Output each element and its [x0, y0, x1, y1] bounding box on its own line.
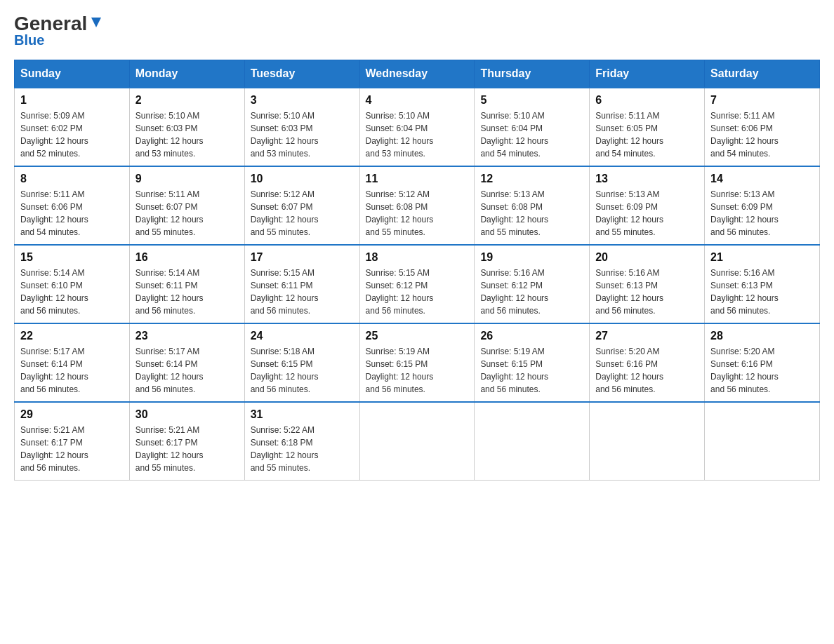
day-number: 19 — [480, 251, 583, 264]
calendar-cell: 11 Sunrise: 5:12 AMSunset: 6:08 PMDaylig… — [359, 166, 475, 245]
day-number: 11 — [366, 173, 469, 185]
day-number: 22 — [20, 330, 124, 342]
day-number: 20 — [595, 251, 699, 264]
day-info: Sunrise: 5:10 AMSunset: 6:04 PMDaylight:… — [366, 111, 434, 159]
calendar-cell: 30 Sunrise: 5:21 AMSunset: 6:17 PMDaylig… — [129, 402, 244, 481]
day-info: Sunrise: 5:14 AMSunset: 6:10 PMDaylight:… — [20, 268, 88, 316]
header-thursday: Thursday — [475, 60, 590, 88]
day-number: 28 — [710, 330, 814, 342]
calendar-cell: 5 Sunrise: 5:10 AMSunset: 6:04 PMDayligh… — [475, 88, 590, 166]
day-number: 3 — [251, 94, 354, 107]
calendar-cell: 1 Sunrise: 5:09 AMSunset: 6:02 PMDayligh… — [15, 88, 130, 166]
logo: General Blue — [14, 14, 104, 48]
calendar-header: SundayMondayTuesdayWednesdayThursdayFrid… — [15, 60, 820, 88]
day-info: Sunrise: 5:16 AMSunset: 6:13 PMDaylight:… — [595, 268, 663, 316]
day-info: Sunrise: 5:15 AMSunset: 6:12 PMDaylight:… — [366, 268, 434, 316]
calendar-cell: 9 Sunrise: 5:11 AMSunset: 6:07 PMDayligh… — [129, 166, 244, 245]
calendar-cell: 21 Sunrise: 5:16 AMSunset: 6:13 PMDaylig… — [705, 245, 820, 323]
calendar-cell: 19 Sunrise: 5:16 AMSunset: 6:12 PMDaylig… — [475, 245, 590, 323]
calendar-cell: 18 Sunrise: 5:15 AMSunset: 6:12 PMDaylig… — [359, 245, 475, 323]
header-monday: Monday — [129, 60, 244, 88]
calendar-cell: 23 Sunrise: 5:17 AMSunset: 6:14 PMDaylig… — [129, 323, 244, 402]
page-header: General Blue — [14, 14, 820, 48]
day-info: Sunrise: 5:12 AMSunset: 6:08 PMDaylight:… — [366, 189, 434, 237]
day-number: 26 — [480, 330, 583, 342]
calendar-cell: 12 Sunrise: 5:13 AMSunset: 6:08 PMDaylig… — [475, 166, 590, 245]
logo-general: General — [14, 14, 87, 34]
day-info: Sunrise: 5:11 AMSunset: 6:05 PMDaylight:… — [595, 111, 663, 159]
day-number: 7 — [710, 94, 814, 107]
header-sunday: Sunday — [15, 60, 130, 88]
calendar-cell — [359, 402, 475, 481]
week-row-1: 1 Sunrise: 5:09 AMSunset: 6:02 PMDayligh… — [15, 88, 820, 166]
calendar-cell: 20 Sunrise: 5:16 AMSunset: 6:13 PMDaylig… — [590, 245, 705, 323]
day-info: Sunrise: 5:12 AMSunset: 6:07 PMDaylight:… — [251, 189, 319, 237]
day-info: Sunrise: 5:13 AMSunset: 6:08 PMDaylight:… — [480, 189, 548, 237]
day-number: 21 — [710, 251, 814, 264]
day-number: 31 — [251, 408, 354, 421]
day-info: Sunrise: 5:11 AMSunset: 6:07 PMDaylight:… — [135, 189, 204, 237]
day-info: Sunrise: 5:16 AMSunset: 6:13 PMDaylight:… — [710, 268, 779, 316]
calendar-cell: 13 Sunrise: 5:13 AMSunset: 6:09 PMDaylig… — [590, 166, 705, 245]
day-info: Sunrise: 5:15 AMSunset: 6:11 PMDaylight:… — [251, 268, 319, 316]
header-saturday: Saturday — [705, 60, 820, 88]
calendar-cell: 8 Sunrise: 5:11 AMSunset: 6:06 PMDayligh… — [15, 166, 130, 245]
day-number: 10 — [251, 173, 354, 185]
day-number: 1 — [20, 94, 124, 107]
calendar-cell: 4 Sunrise: 5:10 AMSunset: 6:04 PMDayligh… — [359, 88, 475, 166]
calendar-cell: 28 Sunrise: 5:20 AMSunset: 6:16 PMDaylig… — [705, 323, 820, 402]
header-row: SundayMondayTuesdayWednesdayThursdayFrid… — [15, 60, 820, 88]
day-number: 12 — [480, 173, 583, 185]
day-number: 5 — [480, 94, 583, 107]
calendar-cell: 2 Sunrise: 5:10 AMSunset: 6:03 PMDayligh… — [129, 88, 244, 166]
day-info: Sunrise: 5:17 AMSunset: 6:14 PMDaylight:… — [135, 347, 204, 394]
calendar-table: SundayMondayTuesdayWednesdayThursdayFrid… — [14, 60, 820, 481]
day-number: 17 — [251, 251, 354, 264]
calendar-cell: 14 Sunrise: 5:13 AMSunset: 6:09 PMDaylig… — [705, 166, 820, 245]
day-number: 24 — [251, 330, 354, 342]
day-number: 15 — [20, 251, 124, 264]
day-number: 16 — [135, 251, 239, 264]
day-info: Sunrise: 5:10 AMSunset: 6:03 PMDaylight:… — [135, 111, 204, 159]
calendar-cell: 27 Sunrise: 5:20 AMSunset: 6:16 PMDaylig… — [590, 323, 705, 402]
day-info: Sunrise: 5:10 AMSunset: 6:03 PMDaylight:… — [251, 111, 319, 159]
day-info: Sunrise: 5:10 AMSunset: 6:04 PMDaylight:… — [480, 111, 548, 159]
calendar-cell: 3 Sunrise: 5:10 AMSunset: 6:03 PMDayligh… — [244, 88, 359, 166]
week-row-3: 15 Sunrise: 5:14 AMSunset: 6:10 PMDaylig… — [15, 245, 820, 323]
logo-arrow-icon — [88, 15, 104, 30]
day-number: 8 — [20, 173, 124, 185]
day-info: Sunrise: 5:11 AMSunset: 6:06 PMDaylight:… — [710, 111, 779, 159]
day-info: Sunrise: 5:09 AMSunset: 6:02 PMDaylight:… — [20, 111, 88, 159]
calendar-cell: 16 Sunrise: 5:14 AMSunset: 6:11 PMDaylig… — [129, 245, 244, 323]
logo-blue: Blue — [14, 32, 44, 48]
calendar-cell: 24 Sunrise: 5:18 AMSunset: 6:15 PMDaylig… — [244, 323, 359, 402]
day-number: 29 — [20, 408, 124, 421]
calendar-cell: 31 Sunrise: 5:22 AMSunset: 6:18 PMDaylig… — [244, 402, 359, 481]
day-number: 6 — [595, 94, 699, 107]
day-number: 27 — [595, 330, 699, 342]
week-row-2: 8 Sunrise: 5:11 AMSunset: 6:06 PMDayligh… — [15, 166, 820, 245]
day-info: Sunrise: 5:21 AMSunset: 6:17 PMDaylight:… — [135, 425, 204, 473]
day-info: Sunrise: 5:11 AMSunset: 6:06 PMDaylight:… — [20, 189, 88, 237]
day-info: Sunrise: 5:14 AMSunset: 6:11 PMDaylight:… — [135, 268, 204, 316]
day-number: 2 — [135, 94, 239, 107]
day-number: 30 — [135, 408, 239, 421]
day-info: Sunrise: 5:20 AMSunset: 6:16 PMDaylight:… — [710, 347, 779, 394]
week-row-4: 22 Sunrise: 5:17 AMSunset: 6:14 PMDaylig… — [15, 323, 820, 402]
header-friday: Friday — [590, 60, 705, 88]
calendar-cell — [705, 402, 820, 481]
calendar-cell — [475, 402, 590, 481]
calendar-cell: 26 Sunrise: 5:19 AMSunset: 6:15 PMDaylig… — [475, 323, 590, 402]
day-info: Sunrise: 5:13 AMSunset: 6:09 PMDaylight:… — [595, 189, 663, 237]
svg-marker-0 — [91, 18, 101, 27]
day-number: 14 — [710, 173, 814, 185]
calendar-cell — [590, 402, 705, 481]
calendar-cell: 25 Sunrise: 5:19 AMSunset: 6:15 PMDaylig… — [359, 323, 475, 402]
day-info: Sunrise: 5:19 AMSunset: 6:15 PMDaylight:… — [480, 347, 548, 394]
day-info: Sunrise: 5:21 AMSunset: 6:17 PMDaylight:… — [20, 425, 88, 473]
day-info: Sunrise: 5:17 AMSunset: 6:14 PMDaylight:… — [20, 347, 88, 394]
week-row-5: 29 Sunrise: 5:21 AMSunset: 6:17 PMDaylig… — [15, 402, 820, 481]
calendar-cell: 17 Sunrise: 5:15 AMSunset: 6:11 PMDaylig… — [244, 245, 359, 323]
calendar-cell: 22 Sunrise: 5:17 AMSunset: 6:14 PMDaylig… — [15, 323, 130, 402]
day-info: Sunrise: 5:19 AMSunset: 6:15 PMDaylight:… — [366, 347, 434, 394]
